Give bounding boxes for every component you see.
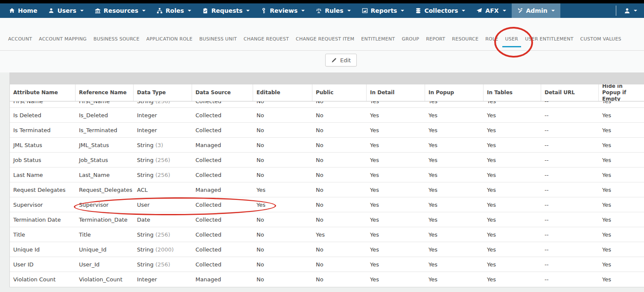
cell-attribute-name: Title <box>10 231 76 238</box>
data-type-value: Integer <box>137 112 157 119</box>
cell-in-tables: Yes <box>484 112 541 119</box>
cell-in-tables: Yes <box>484 202 541 208</box>
cell-in-detail: Yes <box>367 217 425 223</box>
table-row[interactable]: JML StatusJML_StatusString (3)ManagedNoN… <box>10 138 644 153</box>
cell-in-popup: Yes <box>425 172 484 178</box>
window-top-edge <box>0 0 644 3</box>
cell-data-source: Collected <box>192 231 253 238</box>
data-type-value: Date <box>137 217 150 223</box>
data-type-value: String <box>137 142 154 148</box>
cell-in-detail: Yes <box>367 101 425 104</box>
cell-public: No <box>312 261 367 268</box>
column-header-in-popup[interactable]: In Popup <box>425 84 484 101</box>
cell-hide-in-popup-if-empty: Yes <box>599 142 644 148</box>
table-row[interactable]: Termination DateTermination_DateDateColl… <box>10 212 644 227</box>
nav-item-admin[interactable]: Admin <box>512 3 560 18</box>
cell-in-detail: Yes <box>367 112 425 119</box>
cell-hide-in-popup-if-empty: Yes <box>599 217 644 223</box>
chevron-down-icon <box>401 10 404 12</box>
table-row[interactable]: User IDUser_IdString (256)CollectedNoNoY… <box>10 257 644 272</box>
nav-item-requests[interactable]: Requests <box>197 3 255 18</box>
cell-attribute-name: JML Status <box>10 142 76 148</box>
cell-public: No <box>312 276 367 283</box>
table-row[interactable]: Job StatusJob_StatusString (256)Collecte… <box>10 153 644 168</box>
tab-group[interactable]: GROUP <box>402 30 419 48</box>
cell-reference-name: Termination_Date <box>76 217 134 223</box>
cell-data-type: String (256) <box>134 172 192 178</box>
column-header-public[interactable]: Public <box>312 84 367 101</box>
cell-in-popup: Yes <box>425 142 484 148</box>
nav-item-roles[interactable]: Roles <box>151 3 197 18</box>
column-header-detail-url[interactable]: Detail URL <box>541 84 599 101</box>
column-header-in-detail[interactable]: In Detail <box>367 84 425 101</box>
tab-user[interactable]: USER <box>505 30 519 48</box>
cell-public: No <box>312 217 367 223</box>
nav-item-collectors[interactable]: Collectors <box>410 3 471 18</box>
tab-account-mapping[interactable]: ACCOUNT MAPPING <box>39 30 87 48</box>
resources-icon <box>95 8 101 14</box>
table-row[interactable]: Last NameLast_NameString (256)CollectedN… <box>10 168 644 182</box>
column-header-data-type[interactable]: Data Type <box>134 84 192 101</box>
table-row[interactable]: Unique IdUnique_IdString (2000)Collected… <box>10 242 644 257</box>
table-row[interactable]: SupervisorSupervisorUserCollectedYesNoYe… <box>10 197 644 212</box>
table-row[interactable]: TitleTitleString (256)CollectedNoYesYesY… <box>10 227 644 242</box>
cell-editable: No <box>253 142 312 148</box>
cell-editable: No <box>253 112 312 119</box>
tab-custom-values[interactable]: CUSTOM VALUES <box>580 30 621 48</box>
cell-editable: No <box>253 172 312 178</box>
cell-public: No <box>312 172 367 178</box>
cell-attribute-name: First Name <box>10 101 76 104</box>
table-row[interactable]: First NameFirst_NameString (256)Collecte… <box>10 101 644 108</box>
tab-change-request[interactable]: CHANGE REQUEST <box>244 30 289 48</box>
horizontal-scrollbar[interactable] <box>9 72 644 84</box>
nav-item-users[interactable]: Users <box>43 3 89 18</box>
nav-item-resources[interactable]: Resources <box>89 3 151 18</box>
cell-data-source: Collected <box>192 202 253 208</box>
user-menu[interactable] <box>621 8 640 14</box>
column-header-reference-name[interactable]: Reference Name <box>76 84 134 101</box>
cell-editable: Yes <box>253 202 312 208</box>
nav-item-reports[interactable]: Reports <box>356 3 410 18</box>
tab-role[interactable]: ROLE <box>485 30 498 48</box>
table-row[interactable]: Is DeletedIs_DeletedIntegerCollectedNoNo… <box>10 108 644 123</box>
edit-button-label: Edit <box>340 57 351 64</box>
column-header-data-source[interactable]: Data Source <box>192 84 253 101</box>
column-header-hide-in-popup-if-empty[interactable]: Hide in Popup if Empty <box>599 84 644 101</box>
column-header-editable[interactable]: Editable <box>253 84 312 101</box>
data-type-size: (256) <box>154 172 170 178</box>
table-row[interactable]: Violation CountViolation_CountIntegerMan… <box>10 272 644 287</box>
tab-resource[interactable]: RESOURCE <box>452 30 478 48</box>
table-row[interactable]: Is TerminatedIs_TerminatedIntegerCollect… <box>10 123 644 138</box>
cell-in-popup: Yes <box>425 231 484 238</box>
tab-change-request-item[interactable]: CHANGE REQUEST ITEM <box>296 30 354 48</box>
column-header-in-tables[interactable]: In Tables <box>484 84 541 101</box>
column-header-attribute-name[interactable]: Attribute Name <box>10 84 76 101</box>
tab-business-source[interactable]: BUSINESS SOURCE <box>93 30 140 48</box>
table-row[interactable]: Request DelegatesRequest_DelegatesACLMan… <box>10 182 644 197</box>
cell-detail-url: -- <box>541 112 599 119</box>
cell-hide-in-popup-if-empty: Yes <box>599 246 644 253</box>
cell-in-tables: Yes <box>484 261 541 268</box>
tab-account[interactable]: ACCOUNT <box>8 30 32 48</box>
admin-tab-bar: ACCOUNTACCOUNT MAPPINGBUSINESS SOURCEAPP… <box>8 30 644 48</box>
tab-user-entitlement[interactable]: USER ENTITLEMENT <box>525 30 573 48</box>
cell-in-tables: Yes <box>484 187 541 193</box>
cell-hide-in-popup-if-empty: Yes <box>599 101 644 104</box>
tab-business-unit[interactable]: BUSINESS UNIT <box>199 30 237 48</box>
cell-detail-url: -- <box>541 246 599 253</box>
nav-item-afx[interactable]: AFX <box>471 3 511 18</box>
cell-public: No <box>312 127 367 133</box>
data-type-value: String <box>137 172 154 178</box>
edit-button[interactable]: Edit <box>325 54 357 66</box>
cell-data-source: Collected <box>192 172 253 178</box>
cell-hide-in-popup-if-empty: Yes <box>599 112 644 119</box>
nav-item-rules[interactable]: Rules <box>310 3 356 18</box>
nav-item-home[interactable]: Home <box>3 3 43 18</box>
tab-report[interactable]: REPORT <box>426 30 445 48</box>
tabbar-divider <box>0 50 644 51</box>
tab-entitlement[interactable]: ENTITLEMENT <box>361 30 395 48</box>
nav-item-reviews[interactable]: Reviews <box>255 3 310 18</box>
cell-in-popup: Yes <box>425 187 484 193</box>
tab-application-role[interactable]: APPLICATION ROLE <box>146 30 192 48</box>
cell-attribute-name: User ID <box>10 261 76 268</box>
